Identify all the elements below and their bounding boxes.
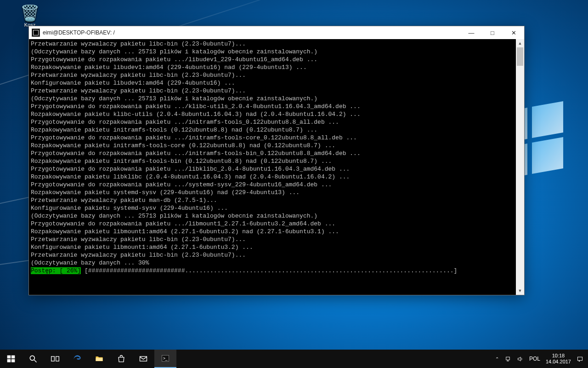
task-view-button[interactable] [44, 350, 66, 368]
volume-icon[interactable] [517, 356, 524, 362]
scrollbar-down[interactable]: ▼ [516, 287, 524, 295]
desktop[interactable]: 🗑️ Kosz eimi@DESKTOP-OFIBAEV: / — □ ✕ Pr… [0, 0, 588, 368]
language-indicator[interactable]: POL [529, 356, 540, 362]
svg-rect-3 [11, 359, 15, 362]
terminal-viewport[interactable]: Przetwarzanie wyzwalaczy pakietu libc-bi… [29, 39, 524, 295]
network-icon[interactable] [504, 356, 511, 362]
start-button[interactable] [0, 350, 22, 368]
svg-rect-0 [7, 356, 11, 359]
recycle-bin-icon[interactable]: 🗑️ Kosz [14, 4, 46, 28]
terminal-app-icon [32, 29, 40, 37]
window-titlebar[interactable]: eimi@DESKTOP-OFIBAEV: / — □ ✕ [29, 26, 524, 40]
scrollbar-thumb[interactable] [517, 47, 523, 66]
window-title: eimi@DESKTOP-OFIBAEV: / [43, 29, 115, 36]
action-center-icon[interactable] [577, 356, 583, 362]
close-button[interactable]: ✕ [503, 26, 524, 39]
svg-rect-15 [578, 357, 582, 361]
svg-rect-9 [140, 356, 147, 361]
svg-rect-12 [506, 357, 510, 360]
search-button[interactable] [22, 350, 44, 368]
mail-button[interactable] [132, 350, 154, 368]
system-tray[interactable]: ⌃ POL 10:18 14.04.2017 [491, 350, 588, 368]
svg-rect-2 [7, 359, 11, 362]
svg-rect-7 [56, 356, 59, 361]
svg-rect-1 [11, 356, 15, 359]
terminal-window[interactable]: eimi@DESKTOP-OFIBAEV: / — □ ✕ Przetwarza… [28, 26, 525, 295]
maximize-button[interactable]: □ [482, 26, 503, 39]
search-icon [28, 354, 38, 363]
scrollbar[interactable]: ▲ ▼ [516, 39, 524, 295]
clock[interactable]: 10:18 14.04.2017 [546, 353, 571, 365]
svg-rect-8 [96, 358, 103, 361]
file-explorer-button[interactable] [88, 350, 110, 368]
folder-icon [95, 354, 104, 363]
terminal-icon: >_ [161, 354, 170, 363]
tray-chevron-icon[interactable]: ⌃ [495, 356, 499, 362]
store-icon [117, 354, 126, 363]
trash-icon: 🗑️ [14, 4, 46, 22]
taskbar[interactable]: >_ ⌃ POL 10:18 14.04.2017 [0, 350, 588, 368]
svg-text:>_: >_ [163, 356, 168, 361]
terminal-output: Przetwarzanie wyzwalaczy pakietu libc-bi… [29, 39, 516, 295]
svg-rect-6 [51, 356, 55, 361]
clock-date: 14.04.2017 [546, 359, 571, 365]
edge-button[interactable] [66, 350, 88, 368]
windows-icon [6, 354, 16, 363]
svg-point-4 [30, 356, 34, 360]
task-view-icon [51, 354, 60, 363]
terminal-taskbar-button[interactable]: >_ [154, 350, 176, 368]
store-button[interactable] [110, 350, 132, 368]
edge-icon [73, 354, 82, 363]
scrollbar-up[interactable]: ▲ [516, 39, 524, 47]
mail-icon [139, 354, 148, 363]
scrollbar-track[interactable] [516, 47, 524, 287]
svg-line-5 [34, 360, 37, 362]
minimize-button[interactable]: — [461, 26, 482, 39]
clock-time: 10:18 [546, 353, 571, 359]
